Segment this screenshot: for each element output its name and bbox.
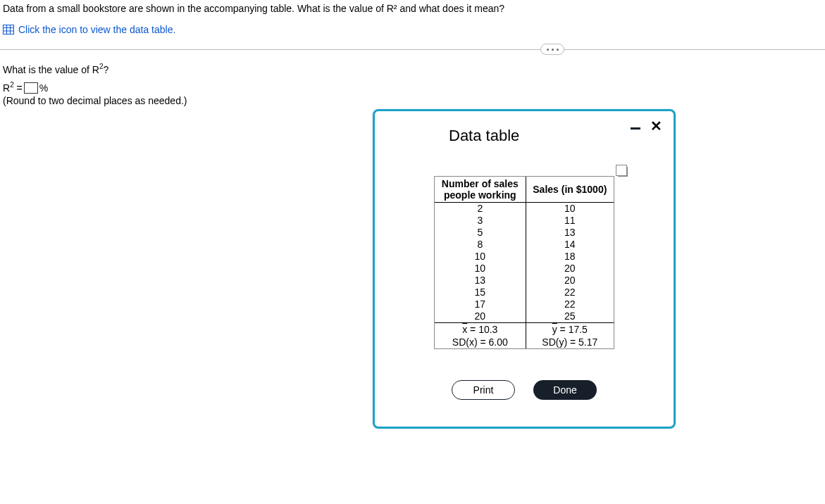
table-row: 1018 xyxy=(435,251,614,263)
copy-icon[interactable] xyxy=(618,167,628,177)
done-button[interactable]: Done xyxy=(533,380,597,400)
answer-suffix: % xyxy=(39,82,48,94)
minimize-icon[interactable] xyxy=(631,127,640,130)
data-table-container: Number of sales people working Sales (in… xyxy=(434,176,614,349)
r-squared-input[interactable] xyxy=(24,82,38,94)
data-table: Number of sales people working Sales (in… xyxy=(435,177,614,348)
data-table-dialog: Data table ✕ Number of sales people work… xyxy=(373,109,676,429)
dialog-title: Data table xyxy=(449,127,519,145)
table-icon[interactable] xyxy=(3,25,14,34)
more-options-pill[interactable] xyxy=(540,44,564,55)
table-row: 814 xyxy=(435,239,614,251)
view-data-table-link[interactable]: Click the icon to view the data table. xyxy=(18,24,175,35)
stats-sd-row: SD(x) = 6.00 SD(y) = 5.17 xyxy=(435,336,614,348)
answer-prefix: R2 = xyxy=(3,82,23,94)
table-row: 2025 xyxy=(435,310,614,323)
close-icon[interactable]: ✕ xyxy=(650,121,662,131)
sub-question-text: What is the value of R2? xyxy=(3,64,825,75)
rounding-hint: (Round to two decimal places as needed.) xyxy=(3,95,825,106)
table-row: 311 xyxy=(435,215,614,227)
table-row: 1320 xyxy=(435,275,614,286)
col2-header: Sales (in $1000) xyxy=(526,177,614,203)
table-row: 1020 xyxy=(435,263,614,275)
stats-mean-row: x = 10.3 y = 17.5 xyxy=(435,323,614,336)
table-row: 1722 xyxy=(435,298,614,310)
section-divider xyxy=(0,49,825,50)
table-row: 513 xyxy=(435,227,614,239)
print-button[interactable]: Print xyxy=(452,380,515,400)
table-row: 1522 xyxy=(435,286,614,298)
question-text: Data from a small bookstore are shown in… xyxy=(3,3,825,14)
svg-rect-0 xyxy=(4,25,14,34)
table-row: 210 xyxy=(435,203,614,215)
col1-header: Number of sales people working xyxy=(435,177,526,203)
